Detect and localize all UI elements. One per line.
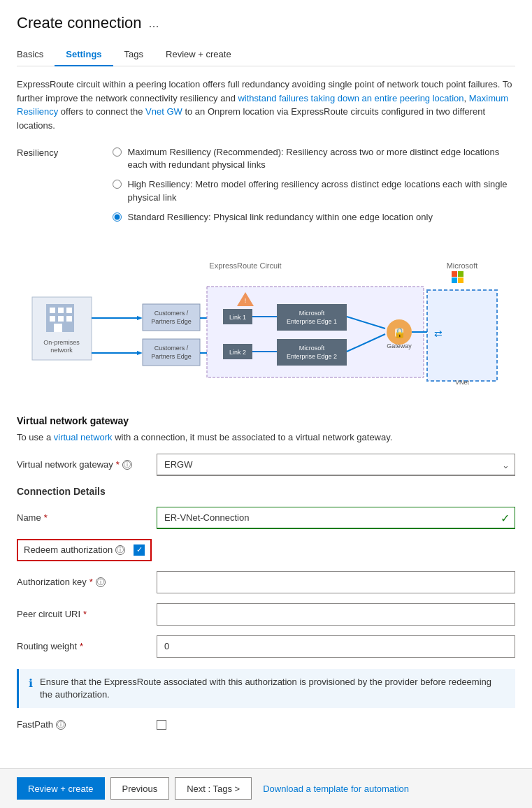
- vng-section-desc: To use a virtual network with a connecti…: [17, 432, 515, 442]
- routing-weight-input[interactable]: [157, 635, 515, 658]
- svg-text:⇄: ⇄: [434, 328, 443, 339]
- redeem-authorization-row: Redeem authorization ⓘ: [17, 539, 152, 561]
- peer-circuit-input[interactable]: [157, 603, 515, 626]
- name-input-wrap: ✓: [157, 507, 515, 529]
- peer-circuit-field-row: Peer circuit URI *: [17, 603, 515, 626]
- fastpath-checkbox[interactable]: [157, 720, 166, 730]
- tab-basics[interactable]: Basics: [17, 43, 55, 66]
- svg-text:Link 1: Link 1: [229, 314, 245, 321]
- tab-settings[interactable]: Settings: [55, 43, 113, 66]
- download-template-button[interactable]: Download a template for automation: [257, 779, 415, 798]
- vng-info-icon[interactable]: ⓘ: [122, 460, 132, 470]
- svg-marker-18: [137, 351, 143, 355]
- fastpath-info-icon[interactable]: ⓘ: [56, 720, 66, 730]
- redeem-checkbox[interactable]: [134, 544, 145, 556]
- svg-rect-8: [66, 308, 72, 313]
- peer-circuit-required-star: *: [83, 609, 87, 619]
- resiliency-section: Resiliency Maximum Resiliency (Recommend…: [17, 146, 515, 245]
- name-label-text: Name: [17, 512, 41, 523]
- previous-button[interactable]: Previous: [110, 777, 170, 800]
- resiliency-diagram: ExpressRoute Circuit Microsoft: [29, 259, 504, 398]
- resiliency-options: Maximum Resiliency (Recommended): Resili…: [113, 146, 515, 231]
- page-header: Create connection ...: [17, 14, 515, 32]
- redeem-info-icon[interactable]: ⓘ: [115, 545, 125, 555]
- svg-text:VNet: VNet: [454, 379, 469, 386]
- svg-rect-10: [58, 316, 64, 322]
- vng-field-label: Virtual network gateway * ⓘ: [17, 459, 157, 470]
- connection-details-title: Connection Details: [17, 486, 515, 497]
- radio-high: High Resiliency: Metro model offering re…: [113, 178, 515, 203]
- redeem-text: Redeem authorization: [24, 544, 113, 555]
- review-create-button[interactable]: Review + create: [17, 777, 105, 800]
- peer-circuit-label: Peer circuit URI *: [17, 609, 157, 619]
- tab-tags[interactable]: Tags: [113, 43, 154, 66]
- svg-rect-2: [452, 277, 457, 283]
- radio-standard-input[interactable]: [113, 212, 122, 222]
- svg-text:Enterprise Edge 2: Enterprise Edge 2: [286, 353, 336, 360]
- radio-high-input[interactable]: [113, 180, 122, 189]
- diagram-section: ExpressRoute Circuit Microsoft: [17, 259, 515, 398]
- svg-text:!: !: [244, 297, 246, 304]
- svg-rect-11: [66, 316, 72, 322]
- vng-select-wrap: ERGW ⌄: [157, 454, 515, 476]
- info-box: ℹ Ensure that the ExpressRoute associate…: [17, 669, 515, 708]
- routing-weight-required-star: *: [80, 641, 83, 651]
- routing-weight-input-wrap: [157, 635, 515, 658]
- auth-key-input-wrap: [157, 571, 515, 593]
- svg-text:Customers /: Customers /: [154, 310, 188, 317]
- name-required-star: *: [44, 512, 48, 523]
- page-title: Create connection: [17, 14, 142, 32]
- vnet-gw-link[interactable]: Vnet GW: [145, 106, 182, 117]
- svg-rect-19: [143, 304, 200, 331]
- routing-weight-label-text: Routing weight: [17, 641, 77, 651]
- radio-standard: Standard Resiliency: Physical link redun…: [113, 211, 515, 224]
- vng-section: Virtual network gateway To use a virtual…: [17, 415, 515, 476]
- routing-weight-field-row: Routing weight *: [17, 635, 515, 658]
- next-button[interactable]: Next : Tags >: [175, 777, 252, 800]
- microsoft-label: Microsoft: [446, 261, 477, 270]
- radio-standard-label[interactable]: Standard Resiliency: Physical link redun…: [127, 211, 432, 224]
- vng-select[interactable]: ERGW: [157, 454, 515, 476]
- name-input[interactable]: [157, 507, 515, 529]
- svg-text:Customers /: Customers /: [154, 345, 188, 352]
- tab-review-create[interactable]: Review + create: [154, 43, 243, 66]
- info-text: ExpressRoute circuit within a peering lo…: [17, 78, 515, 132]
- info-box-text: Ensure that the ExpressRoute associated …: [40, 676, 505, 701]
- radio-high-label[interactable]: High Resiliency: Metro model offering re…: [127, 178, 515, 203]
- svg-rect-1: [458, 271, 463, 277]
- expressroute-label: ExpressRoute Circuit: [209, 261, 281, 270]
- svg-rect-33: [277, 304, 347, 331]
- resiliency-label: Resiliency: [17, 146, 113, 158]
- withstand-link[interactable]: withstand failures taking down an entire…: [238, 93, 463, 103]
- svg-text:Microsoft: Microsoft: [299, 310, 324, 317]
- vng-required-star: *: [116, 459, 120, 470]
- auth-key-required-star: *: [89, 577, 93, 587]
- svg-rect-6: [50, 308, 55, 313]
- page-title-ellipsis: ...: [149, 16, 159, 31]
- name-check-icon: ✓: [501, 511, 510, 524]
- svg-rect-40: [277, 339, 347, 366]
- radio-maximum-label[interactable]: Maximum Resiliency (Recommended): Resili…: [127, 146, 515, 171]
- auth-key-input[interactable]: [157, 571, 515, 593]
- svg-rect-0: [452, 271, 457, 277]
- svg-text:Link 2: Link 2: [229, 349, 245, 356]
- name-field-label: Name *: [17, 512, 157, 523]
- fastpath-row: FastPath ⓘ: [17, 719, 515, 730]
- svg-text:network: network: [50, 347, 73, 354]
- svg-rect-9: [50, 316, 55, 322]
- svg-rect-12: [54, 324, 62, 332]
- auth-key-info-icon[interactable]: ⓘ: [96, 577, 106, 587]
- fastpath-label: FastPath ⓘ: [17, 719, 157, 730]
- virtual-network-link[interactable]: virtual network: [54, 432, 113, 442]
- svg-rect-22: [143, 339, 200, 366]
- svg-text:Enterprise Edge 1: Enterprise Edge 1: [286, 318, 336, 325]
- info-box-icon: ℹ: [29, 677, 33, 690]
- svg-rect-3: [458, 277, 463, 283]
- fastpath-label-text: FastPath: [17, 719, 53, 730]
- auth-key-field-row: Authorization key * ⓘ: [17, 571, 515, 593]
- radio-maximum-input[interactable]: [113, 147, 122, 157]
- svg-text:On-premises: On-premises: [43, 339, 80, 346]
- auth-key-label: Authorization key * ⓘ: [17, 577, 157, 587]
- vng-label-text: Virtual network gateway: [17, 459, 113, 470]
- vng-section-title: Virtual network gateway: [17, 415, 515, 426]
